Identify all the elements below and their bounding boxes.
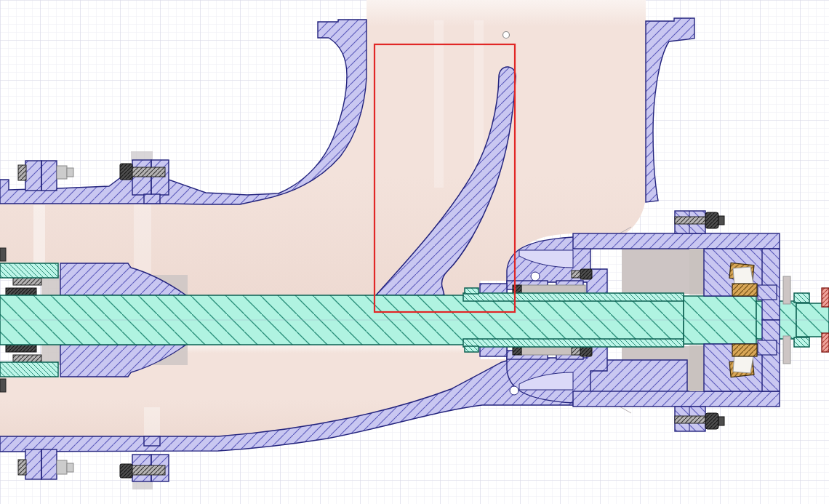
cover-lip[interactable] [758, 285, 777, 300]
inlet-flange-block[interactable] [25, 449, 41, 479]
shaft-sleeve-left[interactable] [0, 362, 58, 377]
packing-seal[interactable] [513, 346, 521, 355]
flange-bolt-tip [718, 216, 724, 225]
bearing-bracket-flange-upper[interactable] [573, 233, 780, 249]
coupling-hub-lower[interactable] [822, 333, 829, 352]
seal-chamber-face [622, 249, 689, 294]
bolt-tip [67, 168, 73, 177]
bearing-cone[interactable] [732, 344, 757, 356]
gland-bolt-hole [531, 272, 540, 281]
hub-key[interactable] [0, 248, 6, 261]
bearing-bracket-flange-lower[interactable] [573, 391, 780, 407]
impeller-hub-ring[interactable] [480, 346, 507, 356]
sleeve-collar[interactable] [465, 346, 478, 352]
housing-cavity [689, 345, 705, 391]
inlet-flange-block[interactable] [132, 160, 151, 195]
bolt-head[interactable] [18, 460, 26, 475]
bolt-head[interactable] [120, 164, 132, 180]
slinger-ring [783, 276, 790, 304]
bolt-head[interactable] [18, 165, 26, 180]
coupling-hub-upper[interactable] [822, 288, 829, 307]
bolt-nut[interactable] [57, 460, 67, 474]
sketch-point-marker[interactable] [503, 32, 510, 39]
flange-bolt-shank[interactable] [675, 217, 705, 224]
bolt-shank[interactable] [132, 465, 165, 475]
hub-key[interactable] [0, 379, 6, 392]
packing-seal[interactable] [513, 285, 521, 294]
flange-bolt-shank[interactable] [675, 416, 705, 423]
bolt-head[interactable] [120, 464, 132, 478]
flange-bolt-head[interactable] [705, 212, 718, 228]
flange-bolt-tip [718, 417, 724, 425]
inlet-flange-block[interactable] [41, 449, 57, 479]
nut-pocket[interactable] [144, 436, 160, 446]
bearing-roller [733, 354, 753, 373]
bearing-roller [733, 267, 753, 286]
shaft-sleeve[interactable] [463, 339, 684, 347]
shaft-sleeve[interactable] [463, 293, 684, 301]
end-cover-upper[interactable] [762, 249, 780, 320]
bolt-ghost-band [33, 205, 45, 263]
bearing-cone[interactable] [732, 284, 757, 296]
gland-stud-head[interactable] [580, 269, 592, 279]
nut-pocket[interactable] [144, 194, 160, 204]
shaft-locknut[interactable] [794, 337, 809, 347]
nut-ghost [132, 481, 153, 489]
bolt-ghost-band [434, 20, 444, 188]
nut-ghost [131, 151, 153, 161]
inlet-flange-block[interactable] [151, 160, 169, 195]
inlet-flange-block[interactable] [41, 161, 57, 191]
slinger-ring [783, 336, 790, 364]
cover-lip[interactable] [758, 340, 777, 355]
gland-stud-head[interactable] [580, 346, 592, 356]
flange-bolt-head[interactable] [705, 413, 718, 429]
end-cover-lower[interactable] [762, 320, 780, 391]
gland-bolt-hole [510, 386, 518, 395]
impeller-hub-ring[interactable] [480, 284, 507, 294]
inlet-flange-block[interactable] [25, 161, 41, 191]
bolt-tip [67, 463, 73, 472]
bolt-nut[interactable] [57, 166, 67, 179]
sleeve-collar[interactable] [465, 288, 478, 294]
bolt-shank[interactable] [132, 167, 165, 177]
shaft-locknut[interactable] [794, 293, 809, 303]
housing-cavity [689, 249, 705, 295]
shaft-sleeve-left[interactable] [0, 263, 58, 278]
cad-viewport[interactable] [0, 0, 829, 504]
